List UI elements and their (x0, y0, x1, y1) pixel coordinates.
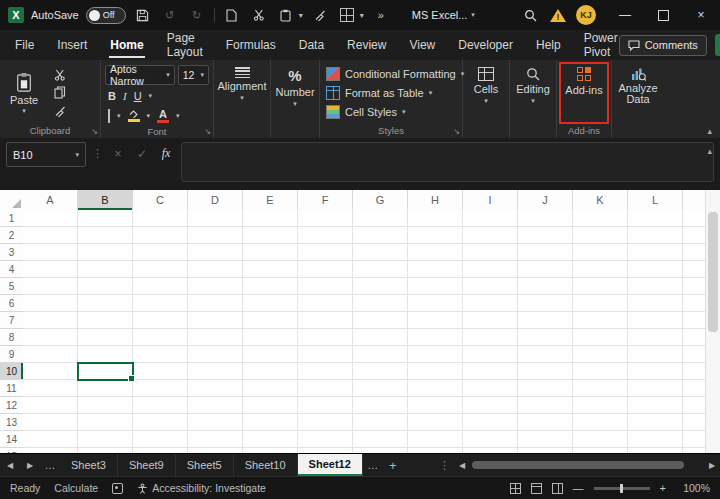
sheet-nav-left-icon[interactable]: ◀ (0, 454, 20, 476)
cells-group-button[interactable]: Cells ▾ (463, 60, 510, 138)
row-header-15[interactable]: 15 (0, 448, 23, 453)
sheet-tab-sheet12[interactable]: Sheet12 (298, 454, 363, 476)
clipboard-dialog-launcher-icon[interactable]: ↘ (91, 127, 98, 136)
formula-bar-collapse-icon[interactable]: ▴ (707, 146, 712, 156)
cancel-entry-button[interactable]: × (109, 142, 127, 165)
chevron-down-icon[interactable]: ▾ (299, 11, 303, 20)
column-header-L[interactable]: L (628, 190, 683, 210)
paste-button[interactable]: Paste ▾ (4, 64, 44, 123)
enter-entry-button[interactable]: ✓ (133, 142, 151, 165)
maximize-button[interactable] (644, 0, 682, 30)
column-header-E[interactable]: E (243, 190, 298, 210)
cell-styles-button[interactable]: Cell Styles ▾ (324, 103, 458, 121)
row-header-7[interactable]: 7 (0, 312, 23, 329)
toolbar-overflow-icon[interactable]: » (371, 5, 391, 25)
row-header-5[interactable]: 5 (0, 278, 23, 295)
clipboard-icon[interactable] (276, 5, 296, 25)
document-icon[interactable] (222, 5, 242, 25)
row-header-3[interactable]: 3 (0, 244, 23, 261)
select-all-button[interactable] (0, 190, 24, 211)
sheet-tab-sheet5[interactable]: Sheet5 (176, 454, 234, 476)
formula-bar-grip[interactable]: ⋮ (92, 142, 103, 160)
column-header-H[interactable]: H (408, 190, 463, 210)
undo-button[interactable]: ↺ (160, 5, 180, 25)
row-header-9[interactable]: 9 (0, 346, 23, 363)
sheet-list-menu-icon[interactable]: … (40, 454, 60, 476)
user-avatar[interactable]: KJ (576, 5, 596, 25)
insert-function-button[interactable]: fx (157, 142, 175, 165)
menu-tab-page-layout[interactable]: Page Layout (166, 25, 204, 65)
chevron-down-icon[interactable]: ▾ (117, 112, 121, 120)
new-sheet-button[interactable]: + (383, 454, 403, 476)
hscroll-right-icon[interactable]: ▶ (704, 454, 720, 476)
menu-tab-developer[interactable]: Developer (457, 32, 514, 58)
font-dialog-launcher-icon[interactable]: ↘ (204, 127, 211, 136)
row-header-14[interactable]: 14 (0, 431, 23, 448)
menu-tab-view[interactable]: View (408, 32, 436, 58)
table-icon[interactable] (337, 5, 357, 25)
menu-tab-home[interactable]: Home (109, 32, 144, 58)
autosave-toggle[interactable]: Off (86, 7, 126, 24)
bold-button[interactable]: B (108, 90, 116, 102)
fill-color-button[interactable] (128, 110, 140, 122)
underline-button[interactable]: U (134, 90, 142, 102)
font-size-select[interactable]: 12 ▾ (178, 65, 209, 85)
sheet-tab-sheet9[interactable]: Sheet9 (118, 454, 176, 476)
sheet-nav-right-icon[interactable]: ▶ (20, 454, 40, 476)
horizontal-scrollbar[interactable] (470, 454, 704, 476)
normal-view-icon[interactable] (510, 483, 521, 494)
styles-dialog-launcher-icon[interactable]: ↘ (453, 127, 460, 136)
hscroll-left-icon[interactable]: ◀ (454, 454, 470, 476)
sheet-tab-sheet3[interactable]: Sheet3 (60, 454, 118, 476)
share-button[interactable]: Share ▾ (715, 34, 720, 56)
menu-tab-insert[interactable]: Insert (56, 32, 88, 58)
selected-cell-B10[interactable] (77, 362, 134, 381)
column-header-M[interactable]: M (683, 190, 706, 210)
chevron-down-icon[interactable]: ▾ (147, 112, 151, 120)
alignment-group-button[interactable]: Alignment ▾ (214, 60, 271, 138)
page-layout-view-icon[interactable] (531, 483, 542, 494)
zoom-in-button[interactable]: + (660, 482, 666, 494)
format-painter-button[interactable] (48, 102, 72, 119)
italic-button[interactable]: I (123, 90, 127, 102)
row-header-13[interactable]: 13 (0, 414, 23, 431)
row-header-10[interactable]: 10 (0, 363, 23, 380)
calculate-status[interactable]: Calculate (54, 482, 98, 494)
font-name-select[interactable]: Aptos Narrow ▾ (105, 65, 175, 85)
tab-split-grip-icon[interactable]: ⋮ (435, 454, 454, 476)
zoom-slider-thumb[interactable] (620, 484, 623, 493)
close-button[interactable]: × (682, 0, 720, 30)
search-icon[interactable] (520, 5, 540, 25)
horizontal-scrollbar-thumb[interactable] (472, 461, 684, 469)
zoom-out-button[interactable]: — (573, 482, 584, 494)
chevron-down-icon[interactable]: ▾ (176, 112, 180, 120)
menu-tab-help[interactable]: Help (535, 32, 562, 58)
menu-tab-power-pivot[interactable]: Power Pivot (583, 25, 619, 65)
column-header-A[interactable]: A (23, 190, 78, 210)
zoom-slider[interactable] (594, 487, 650, 490)
zoom-level[interactable]: 100% (676, 482, 710, 494)
column-header-C[interactable]: C (133, 190, 188, 210)
format-painter-icon[interactable] (310, 5, 330, 25)
copy-button[interactable] (48, 84, 72, 101)
macro-record-icon[interactable] (112, 483, 123, 494)
menu-tab-review[interactable]: Review (346, 32, 387, 58)
redo-button[interactable]: ↻ (187, 5, 207, 25)
column-header-K[interactable]: K (573, 190, 628, 210)
collapse-ribbon-icon[interactable]: ▴ (707, 126, 712, 136)
vertical-scrollbar-thumb[interactable] (708, 212, 718, 332)
comments-button[interactable]: Comments (619, 35, 707, 56)
chevron-down-icon[interactable]: ▾ (149, 92, 153, 100)
cut-button[interactable] (48, 66, 72, 83)
conditional-formatting-button[interactable]: Conditional Formatting ▾ (324, 65, 458, 83)
row-header-12[interactable]: 12 (0, 397, 23, 414)
cells-area[interactable] (23, 210, 706, 453)
row-header-6[interactable]: 6 (0, 295, 23, 312)
menu-tab-formulas[interactable]: Formulas (225, 32, 277, 58)
column-header-G[interactable]: G (353, 190, 408, 210)
sheet-tab-sheet10[interactable]: Sheet10 (234, 454, 298, 476)
format-as-table-button[interactable]: Format as Table ▾ (324, 84, 458, 102)
row-header-2[interactable]: 2 (0, 227, 23, 244)
menu-tab-data[interactable]: Data (298, 32, 325, 58)
row-header-4[interactable]: 4 (0, 261, 23, 278)
